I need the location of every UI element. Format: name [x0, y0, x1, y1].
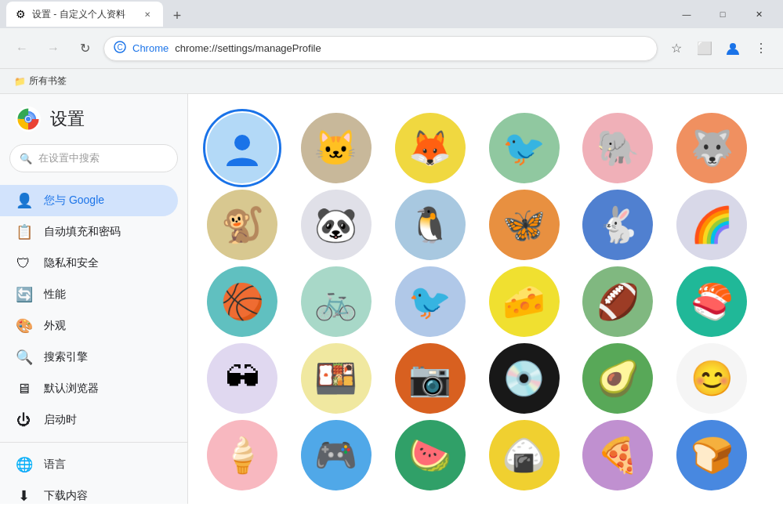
bookmarks-folder[interactable]: 📁 所有书签	[9, 73, 71, 89]
avatar-item[interactable]: 🍦	[207, 420, 277, 490]
sidebar-item-label-1: 自动填充和密码	[44, 225, 121, 239]
sidebar-item-privacy[interactable]: 🛡 隐私和安全	[0, 248, 178, 279]
avatar-item[interactable]: 🐱	[301, 113, 372, 183]
address-bar: ← → ↻ C Chrome chrome://settings/manageP…	[0, 28, 783, 69]
svg-point-11	[26, 117, 31, 121]
avatar-item[interactable]: 🍙	[489, 420, 560, 490]
sidebar-item-label-6: 默认浏览器	[44, 382, 99, 396]
minimize-button[interactable]: —	[669, 0, 705, 28]
sidebar-item-label-8: 语言	[44, 458, 66, 472]
avatar-item[interactable]: 🌈	[676, 190, 747, 260]
sidebar-item-google[interactable]: 👤 您与 Google	[0, 185, 178, 216]
avatar-item[interactable]: 🦋	[489, 190, 560, 260]
sidebar-item-appearance[interactable]: 🎨 外观	[0, 310, 178, 342]
avatar-item[interactable]: 🍞	[676, 420, 747, 490]
chrome-logo	[16, 107, 41, 132]
sidebar: 设置 🔍 在设置中搜索 👤 您与 Google 📋 自动填充和密码 🛡 隐私和安…	[0, 94, 188, 504]
avatar-item[interactable]: 💿	[489, 343, 560, 414]
bookmark-button[interactable]: ☆	[664, 36, 689, 61]
menu-button[interactable]: ⋮	[749, 36, 774, 61]
svg-text:C: C	[117, 43, 122, 52]
sidebar-nav: 👤 您与 Google 📋 自动填充和密码 🛡 隐私和安全 🔄 性能 🎨 外观 …	[0, 182, 187, 504]
avatar-item[interactable]: 😊	[676, 343, 747, 414]
google-icon: 👤	[16, 192, 31, 209]
security-icon: C	[114, 41, 126, 56]
avatar-item[interactable]: 🐧	[395, 190, 466, 260]
window-controls: — □ ✕	[669, 0, 777, 28]
main-layout: 设置 🔍 在设置中搜索 👤 您与 Google 📋 自动填充和密码 🛡 隐私和安…	[0, 94, 783, 504]
folder-icon: 📁	[14, 76, 26, 87]
performance-icon: 🔄	[16, 286, 31, 303]
bookmarks-bar: 📁 所有书签	[0, 69, 783, 94]
avatar-item[interactable]: 🍣	[676, 266, 747, 337]
avatar-item[interactable]: 🐘	[582, 113, 653, 183]
avatar-item[interactable]: 🥑	[582, 343, 653, 414]
sidebar-item-language[interactable]: 🌐 语言	[0, 449, 178, 480]
sidebar-item-label-0: 您与 Google	[44, 194, 104, 208]
avatar-item[interactable]: 🍉	[395, 420, 466, 490]
sidebar-item-label-7: 启动时	[44, 413, 77, 427]
nav-divider	[0, 442, 187, 443]
svg-point-12	[234, 135, 250, 150]
shield-icon: 🛡	[16, 255, 31, 272]
language-icon: 🌐	[16, 456, 31, 473]
profile-button[interactable]	[720, 36, 745, 61]
sidebar-item-autofill[interactable]: 📋 自动填充和密码	[0, 216, 178, 248]
tab-bar: ⚙ 设置 - 自定义个人资料 ✕ +	[6, 2, 662, 27]
close-button[interactable]: ✕	[741, 0, 777, 28]
avatar-item[interactable]: 🍕	[582, 420, 653, 490]
svg-point-2	[730, 43, 736, 49]
browser-icon: 🖥	[16, 381, 31, 397]
back-button[interactable]: ←	[9, 36, 34, 61]
tab-title: 设置 - 自定义个人资料	[32, 8, 135, 21]
avatar-item[interactable]: 🐼	[301, 190, 372, 260]
sidebar-header: 设置	[0, 94, 187, 144]
url-text: chrome://settings/manageProfile	[175, 42, 321, 54]
autofill-icon: 📋	[16, 223, 31, 241]
sidebar-item-browser[interactable]: 🖥 默认浏览器	[0, 373, 178, 404]
refresh-button[interactable]: ↻	[72, 36, 97, 61]
url-bar[interactable]: C Chrome chrome://settings/manageProfile	[103, 36, 658, 61]
avatar-item[interactable]: 🍱	[301, 343, 372, 414]
avatar-item[interactable]: 🐺	[676, 113, 747, 183]
split-view-button[interactable]: ⬜	[692, 36, 717, 61]
sidebar-item-search[interactable]: 🔍 搜索引擎	[0, 342, 178, 373]
avatar-item[interactable]: 📷	[395, 343, 466, 414]
avatar-item[interactable]: 🐇	[582, 190, 653, 260]
downloads-icon: ⬇	[16, 487, 31, 504]
bookmarks-label: 所有书签	[29, 74, 67, 88]
avatar-item[interactable]: 🐦	[489, 113, 560, 183]
sidebar-title: 设置	[50, 107, 85, 131]
sidebar-item-performance[interactable]: 🔄 性能	[0, 279, 178, 310]
sidebar-item-label-3: 性能	[44, 288, 66, 302]
search-engine-icon: 🔍	[16, 349, 31, 366]
forward-button[interactable]: →	[41, 36, 66, 61]
active-tab[interactable]: ⚙ 设置 - 自定义个人资料 ✕	[6, 2, 163, 27]
avatar-item[interactable]: 🦊	[395, 113, 466, 183]
avatar-item[interactable]: 🧀	[489, 266, 560, 337]
avatar-item[interactable]: 🏀	[207, 266, 277, 337]
avatar-item[interactable]: 🏈	[582, 266, 653, 337]
content-area: 🐱🦊🐦🐘🐺🐒🐼🐧🦋🐇🌈🏀🚲🐦🧀🏈🍣🕶🍱📷💿🥑😊🍦🎮🍉🍙🍕🍞 创建桌面快捷方式..…	[188, 94, 783, 504]
sidebar-item-label-4: 外观	[44, 319, 66, 333]
avatar-item[interactable]	[207, 113, 277, 183]
tab-close-button[interactable]: ✕	[141, 8, 154, 20]
new-tab-button[interactable]: +	[166, 5, 188, 27]
sidebar-search[interactable]: 🔍 在设置中搜索	[9, 144, 178, 172]
startup-icon: ⏻	[16, 412, 31, 429]
sidebar-item-label-9: 下载内容	[44, 489, 88, 503]
avatar-item[interactable]: 🐦	[395, 266, 466, 337]
avatar-item[interactable]: 🎮	[301, 420, 372, 490]
sidebar-item-startup[interactable]: ⏻ 启动时	[0, 404, 178, 436]
appearance-icon: 🎨	[16, 317, 31, 335]
title-bar: ⚙ 设置 - 自定义个人资料 ✕ + — □ ✕	[0, 0, 783, 28]
avatar-item[interactable]: 🕶	[207, 343, 277, 414]
avatar-item[interactable]: 🚲	[301, 266, 372, 337]
footer-text: 创建桌面快捷方式...	[207, 503, 764, 504]
avatar-item[interactable]: 🐒	[207, 190, 277, 260]
sidebar-item-downloads[interactable]: ⬇ 下载内容	[0, 480, 178, 504]
sidebar-item-label-2: 隐私和安全	[44, 256, 99, 270]
maximize-button[interactable]: □	[705, 0, 741, 28]
address-actions: ☆ ⬜ ⋮	[664, 36, 774, 61]
search-icon: 🔍	[20, 153, 32, 165]
